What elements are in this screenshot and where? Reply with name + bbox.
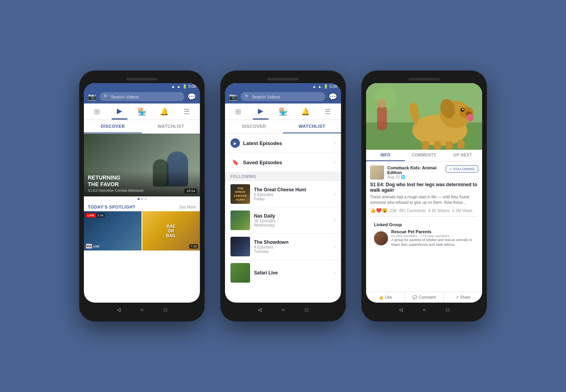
like-reaction: 👍 [370, 208, 376, 213]
phone-1-bottom: ◁ ○ □ [84, 303, 200, 317]
search-bar-2[interactable]: 🔍 Search Videos [241, 92, 325, 101]
search-icon-1: 🔍 [103, 94, 109, 99]
recents-btn-2[interactable]: □ [303, 306, 310, 314]
status-bar-2: ▲ ▲ 🔋 5:08 [225, 83, 341, 90]
tab-comments[interactable]: COMMENTS [405, 150, 444, 161]
comment-btn[interactable]: 💬 Comment [405, 292, 444, 303]
show-info-safari: Safari Live [254, 270, 330, 276]
linked-group-section: Linked Group Rescue Pet Parents 21,493 m… [370, 219, 478, 250]
spotlight-item-bae[interactable]: BAEORBAIL 7:28 [142, 211, 200, 250]
nav-icons-1: ⊞ ▶ 🏪 🔔 ☰ [84, 103, 200, 120]
tab-watchlist-2[interactable]: WATCHLIST [283, 120, 341, 133]
show-date: Aug 10 🌐 [387, 175, 443, 179]
see-more-btn[interactable]: See More [179, 205, 196, 209]
hero-video-1[interactable]: RETURNINGTHE FAVOR S1:E2 Operation Comba… [84, 134, 200, 196]
show-thumb-safari [230, 263, 250, 283]
saved-episodes-row[interactable]: 🔖 Saved Episodes › [225, 153, 341, 172]
latest-episodes-label: Latest Episodes [243, 140, 282, 146]
nav-video-1[interactable]: ▶ [112, 107, 127, 120]
detail-content: Comeback Kids: Animal Edition Aug 10 🌐 ✓… [366, 162, 482, 292]
svg-point-17 [377, 99, 386, 108]
show-item-cheese[interactable]: THE GREAT CHEESE HUNT The Great Cheese H… [225, 181, 341, 207]
spotlight-item-mlb[interactable]: MLB LIVE LIVE 5.5k [84, 211, 142, 250]
show-item-showdown[interactable]: The Showdown 4 Episodes Tuesday › [225, 234, 341, 260]
nas-chevron: › [334, 218, 336, 223]
hero-overlay-1: RETURNINGTHE FAVOR S1:E2 Operation Comba… [84, 171, 200, 196]
recents-btn-3[interactable]: □ [444, 306, 452, 314]
app-header-2: 📷 🔍 Search Videos 💬 [225, 90, 341, 103]
status-time-2: 5:08 [330, 84, 337, 89]
recents-btn-1[interactable]: □ [161, 306, 169, 314]
back-btn-3[interactable]: ◁ [397, 306, 405, 314]
show-item-safari[interactable]: Safari Live › [225, 260, 341, 286]
reaction-icons: 👍 ❤️ 😮 [370, 208, 388, 213]
cheese-bg: THE GREAT CHEESE HUNT [230, 184, 250, 204]
show-episodes-showdown: 4 Episodes [254, 245, 330, 249]
back-btn-2[interactable]: ◁ [256, 306, 263, 314]
tab-watchlist-1[interactable]: WATCHLIST [142, 120, 200, 133]
nav-market-2[interactable]: 🏪 [275, 107, 291, 119]
tab-discover-1[interactable]: DISCOVER [84, 120, 142, 133]
spotlight-title: TODAY'S SPOTLIGHT [88, 205, 136, 209]
globe-icon: 🌐 [401, 175, 405, 179]
nav-menu-1[interactable]: ☰ [179, 107, 194, 119]
dog-svg [366, 83, 482, 150]
tab-info[interactable]: INFO [366, 150, 405, 161]
latest-episodes-row[interactable]: ▶ Latest Episodes › [225, 134, 341, 153]
wifi-icon-2: ▲ [312, 84, 316, 89]
linked-group-label: Linked Group [374, 222, 474, 227]
search-placeholder-2: Search Videos [252, 94, 280, 99]
svg-rect-16 [377, 107, 387, 130]
show-item-nas[interactable]: Nas Daily 38 Episodes Wednesday › [225, 207, 341, 234]
tab-discover-2[interactable]: DISCOVER [225, 120, 283, 133]
share-btn[interactable]: ↗ Share [444, 292, 482, 303]
messenger-icon-2[interactable]: 💬 [328, 93, 337, 101]
hero-duration-1: 18:54 [185, 189, 197, 193]
like-btn[interactable]: 👍 Like [366, 292, 405, 303]
nav-video-2[interactable]: ▶ [253, 107, 268, 120]
spotlight-header: TODAY'S SPOTLIGHT See More [84, 201, 200, 211]
svg-rect-11 [434, 141, 441, 150]
following-btn[interactable]: ✓ FOLLOWING [446, 165, 478, 172]
nav-feed-2[interactable]: ⊞ [230, 107, 246, 119]
nas-bg [230, 211, 250, 230]
battery-icon-2: 🔋 [323, 84, 328, 89]
nav-feed-1[interactable]: ⊞ [89, 107, 105, 119]
like-label: Like [385, 295, 392, 299]
info-tabs-3: INFO COMMENTS UP NEXT [366, 150, 482, 162]
share-icon: ↗ [455, 295, 459, 299]
search-bar-1[interactable]: 🔍 Search Videos [100, 92, 184, 101]
tabs-1: DISCOVER WATCHLIST [84, 120, 200, 134]
group-row[interactable]: Rescue Pet Parents 21,493 members · 279 … [374, 229, 474, 247]
show-name-showdown: The Showdown [254, 240, 330, 245]
svg-rect-12 [446, 141, 453, 150]
home-btn-3[interactable]: ○ [420, 306, 428, 314]
back-btn-1[interactable]: ◁ [114, 306, 122, 314]
nav-notif-2[interactable]: 🔔 [298, 107, 313, 119]
video-hero-3 [366, 83, 482, 150]
show-thumb-cheese: THE GREAT CHEESE HUNT [230, 184, 250, 204]
phone-3: INFO COMMENTS UP NEXT Comeback Kids: Ani… [361, 71, 487, 321]
search-icon-2: 🔍 [245, 94, 250, 99]
bae-duration: 7:28 [189, 244, 198, 249]
nav-menu-2[interactable]: ☰ [320, 107, 336, 119]
show-name-cheese: The Great Cheese Hunt [254, 187, 330, 192]
phone-1: ▲ ▲ 🔋 5:08 📷 🔍 Search Videos 💬 ⊞ ▶ 🏪 🔔 [79, 71, 205, 321]
messenger-icon-1[interactable]: 💬 [187, 93, 196, 101]
mlb-label: LIVE [93, 245, 100, 248]
tab-upnext[interactable]: UP NEXT [443, 150, 482, 161]
episode-desc: These animals had a rough start in life … [370, 194, 478, 205]
phone-3-bottom: ◁ ○ □ [366, 303, 482, 317]
svg-rect-10 [422, 141, 429, 150]
camera-icon-1[interactable]: 📷 [88, 93, 96, 101]
safari-chevron: › [334, 270, 336, 276]
camera-icon-2[interactable]: 📷 [229, 93, 238, 101]
svg-rect-13 [457, 140, 464, 149]
home-btn-2[interactable]: ○ [279, 306, 287, 314]
show-episodes-cheese: 6 Episodes [254, 192, 330, 197]
nav-market-1[interactable]: 🏪 [134, 107, 150, 119]
phone-3-notch [366, 75, 482, 83]
cheese-chevron: › [334, 191, 336, 197]
home-btn-1[interactable]: ○ [138, 306, 146, 314]
nav-notif-1[interactable]: 🔔 [156, 107, 172, 119]
